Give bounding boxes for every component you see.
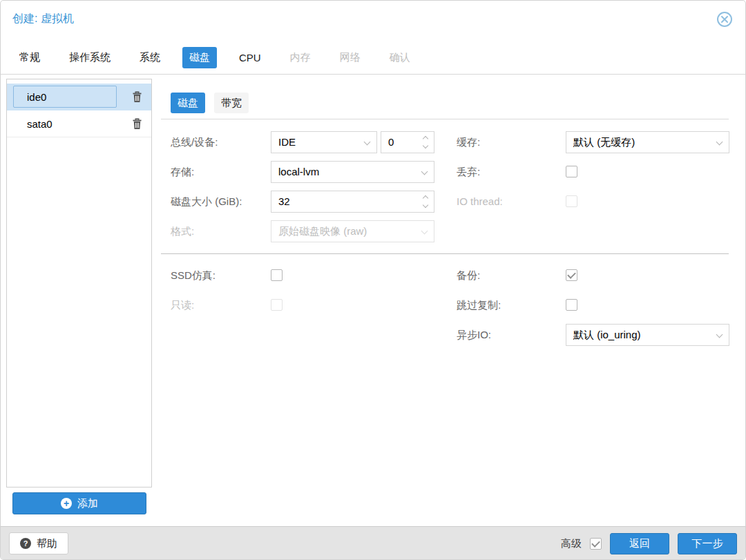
footer-actions: 高级 返回 下一步 [561, 532, 737, 554]
io-thread-label: IO thread: [457, 191, 503, 213]
spin-down-icon[interactable] [423, 143, 428, 148]
help-button[interactable]: ? 帮助 [9, 532, 68, 554]
disk-size-value: 32 [278, 195, 290, 207]
bus-device-select[interactable]: IDE [271, 131, 377, 153]
chevron-down-icon [716, 331, 723, 338]
bus-device-value: IDE [278, 136, 296, 148]
delete-disk-button[interactable] [131, 118, 142, 131]
section-divider [161, 119, 729, 119]
discard-checkbox[interactable] [566, 166, 577, 177]
chevron-down-icon [421, 168, 428, 175]
async-io-label: 异步IO: [457, 324, 491, 346]
ssd-emulation-label: SSD仿真: [171, 264, 216, 287]
device-number-value: 0 [388, 136, 394, 148]
skip-replication-label: 跳过复制: [457, 294, 501, 316]
cache-label: 缓存: [457, 131, 480, 153]
format-value: 原始磁盘映像 (raw) [278, 225, 367, 237]
question-circle-icon: ? [20, 538, 31, 549]
close-icon [715, 10, 734, 29]
disk-name: sata0 [27, 110, 52, 137]
backup-checkbox[interactable] [566, 269, 577, 281]
spin-down-icon[interactable] [423, 202, 428, 208]
tab-disks[interactable]: 磁盘 [182, 47, 217, 68]
format-label: 格式: [171, 220, 194, 242]
skip-replication-checkbox[interactable] [566, 299, 577, 311]
spin-up-icon[interactable] [423, 136, 428, 142]
storage-select[interactable]: local-lvm [271, 161, 434, 183]
trash-icon [132, 91, 142, 103]
next-button[interactable]: 下一步 [678, 533, 737, 554]
spin-up-icon[interactable] [423, 195, 428, 201]
subtab-disk[interactable]: 磁盘 [171, 93, 205, 113]
dialog-footer: ? 帮助 高级 返回 下一步 [1, 526, 745, 559]
disk-list: ide0 sata0 [6, 79, 152, 487]
advanced-checkbox[interactable] [590, 538, 602, 550]
bus-device-label: 总线/设备: [171, 131, 218, 153]
back-button[interactable]: 返回 [610, 533, 669, 554]
ssd-emulation-checkbox[interactable] [271, 269, 283, 281]
chevron-down-icon [364, 139, 371, 146]
storage-value: local-lvm [278, 166, 319, 177]
discard-label: 丢弃: [457, 161, 480, 183]
wizard-tabbar: 常规 操作系统 系统 磁盘 CPU 内存 网络 确认 [1, 41, 745, 75]
dialog-title: 创建: 虚拟机 [12, 12, 74, 26]
cache-value: 默认 (无缓存) [573, 136, 635, 148]
disk-list-item-ide0[interactable]: ide0 [7, 84, 151, 110]
read-only-label: 只读: [171, 294, 194, 316]
format-select: 原始磁盘映像 (raw) [271, 220, 434, 242]
close-button[interactable] [715, 10, 734, 29]
tab-network: 网络 [333, 47, 367, 68]
device-number-spinner[interactable]: 0 [381, 131, 434, 153]
tab-confirm: 确认 [383, 47, 417, 68]
chevron-down-icon [716, 139, 723, 146]
read-only-checkbox [271, 299, 283, 311]
subtab-bandwidth[interactable]: 带宽 [214, 93, 249, 113]
section-divider [161, 253, 729, 254]
tab-system[interactable]: 系统 [133, 47, 167, 68]
plus-circle-icon: + [61, 498, 72, 509]
disks-panel: ide0 sata0 [1, 75, 745, 526]
spinner-buttons [423, 191, 428, 212]
tab-memory: 内存 [283, 47, 318, 68]
spinner-buttons [423, 132, 428, 153]
disk-size-label: 磁盘大小 (GiB): [171, 191, 242, 213]
disk-subtabs: 磁盘 带宽 [171, 93, 249, 113]
backup-label: 备份: [457, 264, 480, 287]
disk-list-item-sata0[interactable]: sata0 [7, 110, 151, 137]
chevron-down-icon [421, 228, 428, 235]
trash-icon [132, 118, 142, 130]
disk-size-spinner[interactable]: 32 [271, 191, 434, 213]
delete-disk-button[interactable] [131, 91, 142, 104]
advanced-label: 高级 [561, 537, 582, 550]
help-label: 帮助 [37, 537, 57, 550]
add-disk-button[interactable]: + 添加 [12, 492, 146, 514]
create-vm-dialog: 创建: 虚拟机 常规 操作系统 系统 磁盘 CPU 内存 网络 确认 ide0 [0, 0, 746, 560]
storage-label: 存储: [171, 161, 194, 183]
tab-os[interactable]: 操作系统 [62, 47, 117, 68]
io-thread-checkbox [566, 195, 577, 207]
disk-name: ide0 [27, 84, 46, 110]
add-disk-label: 添加 [77, 497, 98, 510]
async-io-select[interactable]: 默认 (io_uring) [566, 324, 729, 346]
tab-cpu[interactable]: CPU [232, 48, 268, 68]
tab-general[interactable]: 常规 [12, 47, 47, 68]
cache-select[interactable]: 默认 (无缓存) [566, 131, 729, 153]
async-io-value: 默认 (io_uring) [573, 329, 641, 340]
